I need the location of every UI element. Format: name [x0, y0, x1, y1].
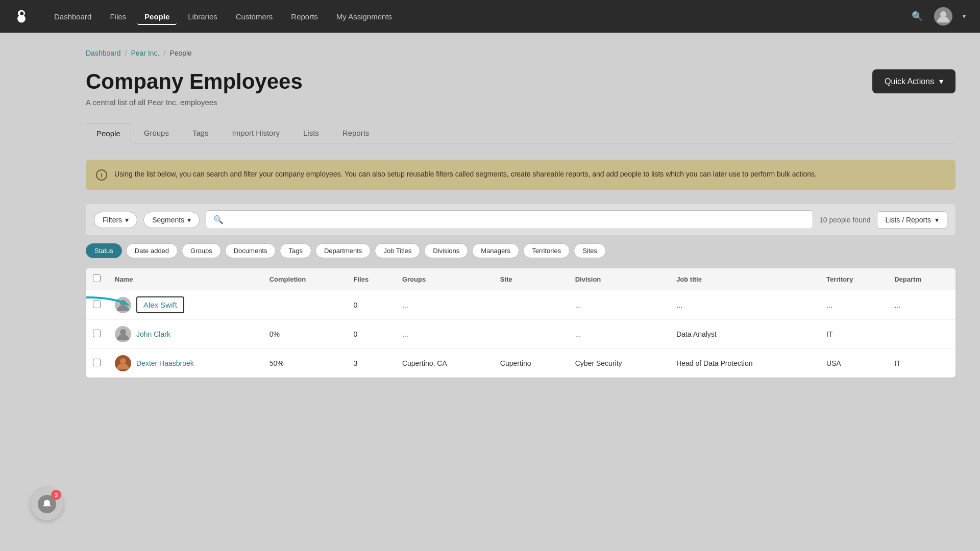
people-count: 10 people found [819, 216, 870, 224]
chip-departments[interactable]: Departments [315, 243, 371, 258]
nav-reports[interactable]: Reports [284, 8, 325, 25]
person-groups-alex: ... [395, 290, 493, 320]
page-title-block: Company Employees A central list of all … [86, 69, 303, 107]
quick-actions-wrapper: Quick Actions ▾ [872, 69, 955, 93]
header-division: Division [568, 268, 669, 290]
nav-customers[interactable]: Customers [229, 8, 280, 25]
quick-actions-button[interactable]: Quick Actions ▾ [872, 69, 955, 93]
alex-swift-highlight-box: Alex Swift [136, 296, 184, 313]
notification-badge: 3 [51, 490, 61, 500]
user-avatar-button[interactable] [934, 7, 952, 26]
person-link-alex-swift[interactable]: Alex Swift [143, 300, 177, 309]
table-header: Name Completion Files Groups Site Divisi… [86, 268, 955, 290]
search-input[interactable] [228, 216, 805, 224]
person-groups-john: ... [395, 320, 493, 349]
logo[interactable] [12, 7, 31, 26]
breadcrumb-sep-1: / [125, 49, 127, 57]
person-territory-dexter: USA [819, 349, 887, 378]
user-menu-chevron[interactable]: ▾ [961, 11, 968, 22]
lists-reports-chevron-icon: ▾ [935, 216, 939, 224]
nav-right: 🔍 ▾ [909, 7, 968, 26]
quick-actions-chevron-icon: ▾ [939, 77, 943, 86]
person-name-cell: Alex Swift [108, 290, 262, 320]
table-body: Alex Swift [86, 290, 955, 378]
row-checkbox-cell [86, 349, 108, 378]
chip-divisions[interactable]: Divisions [424, 243, 468, 258]
search-bar[interactable]: 🔍 [206, 210, 813, 229]
chip-managers[interactable]: Managers [472, 243, 519, 258]
nav-dashboard[interactable]: Dashboard [47, 8, 99, 25]
select-all-checkbox[interactable] [93, 274, 101, 282]
breadcrumb-current: People [169, 49, 192, 57]
person-link-dexter-haasbroek[interactable]: Dexter Haasbroek [136, 359, 194, 367]
lists-reports-button[interactable]: Lists / Reports ▾ [877, 211, 947, 229]
people-table-wrapper: Name Completion Files Groups Site Divisi… [86, 268, 955, 378]
chip-territories[interactable]: Territories [523, 243, 570, 258]
people-table: Name Completion Files Groups Site Divisi… [86, 268, 955, 378]
breadcrumb-company[interactable]: Pear Inc. [131, 49, 159, 57]
tab-import-history[interactable]: Import History [222, 123, 290, 143]
filter-chips: Status Date added Groups Documents Tags … [86, 243, 955, 258]
info-icon: i [96, 169, 107, 181]
notification-widget[interactable]: 3 [31, 488, 63, 520]
person-completion-john: 0% [262, 320, 347, 349]
person-territory-john: IT [819, 320, 887, 349]
info-banner-text: Using the list below, you can search and… [114, 169, 817, 180]
header-job-title: Job title [669, 268, 819, 290]
tab-people[interactable]: People [86, 123, 131, 143]
nav-links: Dashboard Files People Libraries Custome… [47, 8, 909, 25]
nav-libraries[interactable]: Libraries [181, 8, 225, 25]
filters-button[interactable]: Filters ▾ [94, 212, 137, 228]
chip-status[interactable]: Status [86, 243, 122, 258]
person-department-alex: ... [887, 290, 955, 320]
nav-people[interactable]: People [137, 8, 177, 25]
row-checkbox[interactable] [93, 359, 101, 366]
header-groups: Groups [395, 268, 493, 290]
row-checkbox[interactable] [93, 300, 101, 308]
person-cell-john: John Clark [115, 326, 255, 342]
page-subtitle: A central list of all Pear Inc. employee… [86, 98, 303, 107]
table-row: Dexter Haasbroek 50% 3 Cupertino, CA Cup… [86, 349, 955, 378]
chip-documents[interactable]: Documents [225, 243, 276, 258]
tab-groups[interactable]: Groups [133, 123, 180, 143]
chip-tags[interactable]: Tags [280, 243, 311, 258]
person-territory-alex: ... [819, 290, 887, 320]
person-groups-dexter: Cupertino, CA [395, 349, 493, 378]
nav-assignments[interactable]: My Assignments [329, 8, 399, 25]
person-division-dexter: Cyber Security [568, 349, 669, 378]
person-division-alex: ... [568, 290, 669, 320]
row-checkbox[interactable] [93, 330, 101, 337]
row-checkbox-cell [86, 320, 108, 349]
chip-sites[interactable]: Sites [574, 243, 606, 258]
tabs-bar: People Groups Tags Import History Lists … [86, 123, 955, 143]
chip-date-added[interactable]: Date added [126, 243, 178, 258]
segments-label: Segments [152, 216, 184, 224]
nav-files[interactable]: Files [103, 8, 133, 25]
person-completion-dexter: 50% [262, 349, 347, 378]
person-name-cell: Dexter Haasbroek [108, 349, 262, 378]
person-files-dexter: 3 [346, 349, 395, 378]
header-department: Departm [887, 268, 955, 290]
header-completion: Completion [262, 268, 347, 290]
tab-lists[interactable]: Lists [292, 123, 330, 143]
global-search-button[interactable]: 🔍 [909, 8, 926, 25]
person-cell-dexter: Dexter Haasbroek [115, 355, 255, 371]
tab-reports[interactable]: Reports [332, 123, 380, 143]
segments-button[interactable]: Segments ▾ [143, 212, 200, 228]
filters-label: Filters [103, 216, 122, 224]
person-division-john: ... [568, 320, 669, 349]
header-site: Site [493, 268, 568, 290]
row-checkbox-cell [86, 290, 108, 320]
top-navigation: Dashboard Files People Libraries Custome… [0, 0, 980, 33]
breadcrumb-sep-2: / [163, 49, 165, 57]
person-link-john-clark[interactable]: John Clark [136, 330, 170, 338]
chip-groups[interactable]: Groups [182, 243, 221, 258]
breadcrumb-dashboard[interactable]: Dashboard [86, 49, 121, 57]
table-row: Alex Swift [86, 290, 955, 320]
left-sidebar [0, 33, 61, 551]
person-site-alex [493, 290, 568, 320]
chip-job-titles[interactable]: Job Titles [375, 243, 420, 258]
quick-actions-label: Quick Actions [885, 77, 934, 86]
tab-tags[interactable]: Tags [182, 123, 219, 143]
person-avatar-john [115, 326, 131, 342]
